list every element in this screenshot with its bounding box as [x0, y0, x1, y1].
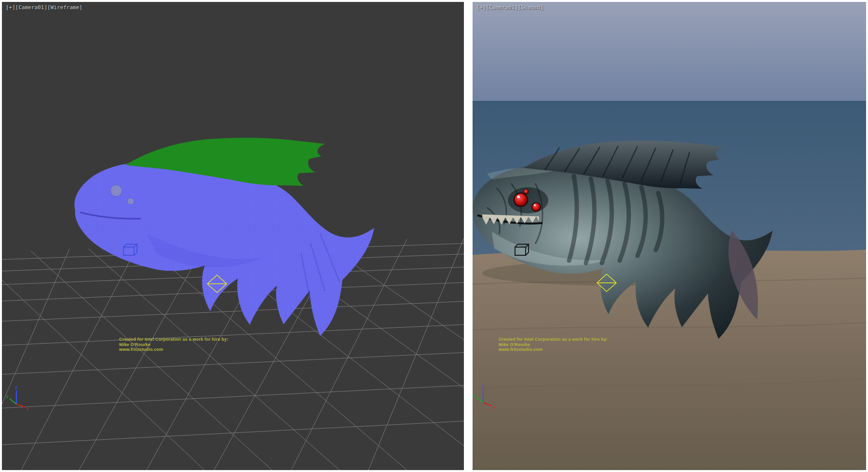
eye-highlight	[517, 195, 520, 198]
viewport-divider[interactable]	[467, 2, 470, 470]
viewport-area: z x y [+][Camera01][Wireframe] Created f…	[0, 0, 868, 472]
fish-eye-red	[514, 193, 528, 207]
axis-label-x: x	[26, 406, 29, 411]
axis-label-y: y	[473, 392, 475, 397]
axis-label-z: z	[482, 384, 484, 389]
shaded-scene[interactable]: z x y	[473, 2, 866, 470]
axis-label-x: x	[493, 405, 496, 410]
fish-eye-red-small	[532, 203, 541, 211]
viewport-label-wireframe[interactable]: [+][Camera01][Wireframe]	[6, 4, 82, 11]
sky-upper	[473, 2, 866, 101]
viewport-label-shaded[interactable]: [+][Camera01][Shaded]	[476, 4, 543, 11]
viewport-wireframe[interactable]: z x y [+][Camera01][Wireframe] Created f…	[2, 2, 464, 470]
wireframe-scene[interactable]: z x y	[2, 2, 464, 470]
fish-eye-red-tiny	[524, 189, 529, 194]
fish-eye	[110, 185, 122, 196]
eye-highlight	[534, 204, 536, 206]
viewport-shaded[interactable]: z x y [+][Camera01][Shaded] Created for …	[473, 2, 866, 470]
axis-label-z: z	[15, 385, 17, 390]
fish-eye-small	[127, 198, 134, 205]
axis-label-y: y	[6, 394, 9, 399]
